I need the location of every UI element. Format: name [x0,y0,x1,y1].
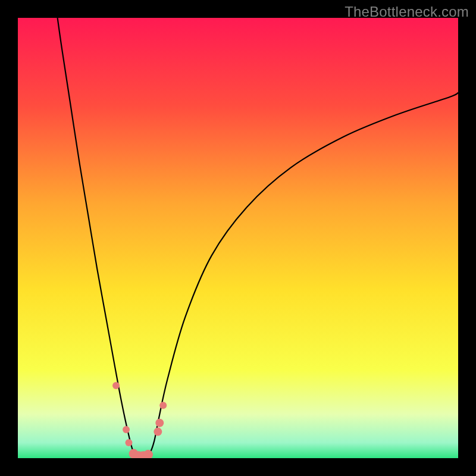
curve-layer [18,18,458,458]
marker-dot [155,419,164,427]
marker-dot [123,426,130,433]
chart-frame: TheBottleneck.com [0,0,476,476]
marker-dot [112,382,120,389]
marker-dot [125,439,132,446]
plot-area [18,18,458,458]
marker-dot [159,402,167,409]
bottleneck-curve [58,18,458,457]
marker-dot [154,428,162,436]
marker-group [112,382,167,458]
